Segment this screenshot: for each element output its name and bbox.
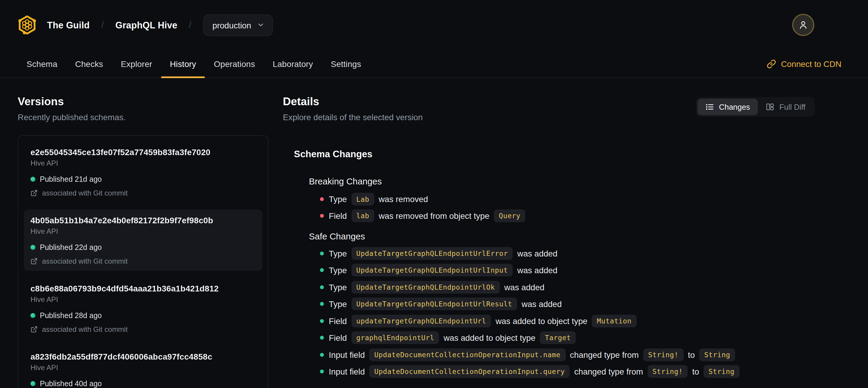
change-row-content: TypeUpdateTargetGraphQLEndpointUrlResult… (329, 298, 562, 310)
external-link-icon (30, 189, 38, 197)
breadcrumb-separator: / (101, 20, 104, 30)
change-row-content: TypeUpdateTargetGraphQLEndpointUrlInputw… (329, 264, 557, 277)
change-text: Field (329, 211, 347, 221)
breaking-bullet-dot (320, 197, 324, 201)
published-text: Published 21d ago (40, 175, 101, 183)
safe-changes-title: Safe Changes (309, 231, 825, 241)
change-text: Type (329, 299, 347, 309)
change-text: was added (504, 282, 544, 292)
version-published-row: Published 28d ago (30, 311, 256, 320)
details-panel: Details Explore details of the selected … (283, 95, 815, 123)
user-avatar-button[interactable] (792, 14, 814, 36)
external-link-icon (30, 326, 38, 333)
git-commit-link[interactable]: associated with Git commit (30, 257, 256, 265)
git-commit-link[interactable]: associated with Git commit (30, 325, 256, 334)
code-badge: Query (494, 210, 525, 222)
git-commit-link[interactable]: associated with Git commit (30, 189, 256, 197)
version-list-item[interactable]: e2e55045345ce13fe07f52a77459b83fa3fe7020… (24, 141, 262, 203)
change-text: Type (329, 194, 347, 204)
change-text: changed type from (570, 350, 639, 360)
version-list: e2e55045345ce13fe07f52a77459b83fa3fe7020… (18, 135, 269, 388)
breadcrumb-org[interactable]: The Guild (47, 20, 90, 30)
safe-bullet-dot (320, 353, 324, 357)
code-badge: String! (643, 348, 683, 361)
version-hash: e2e55045345ce13fe07f52a77459b83fa3fe7020 (30, 147, 256, 157)
published-text: Published 22d ago (40, 243, 101, 252)
code-badge: lab (351, 210, 374, 222)
change-text: changed type from (575, 367, 643, 376)
version-published-row: Published 21d ago (30, 175, 256, 183)
git-commit-text: associated with Git commit (42, 189, 128, 197)
change-text: was added to object type (496, 316, 588, 326)
schema-changes-section: Schema Changes Breaking Changes TypeLabw… (294, 149, 825, 380)
breaking-changes-title: Breaking Changes (309, 176, 825, 186)
change-item: TypeLabwas removed (309, 191, 825, 208)
tab-checks[interactable]: Checks (66, 50, 112, 78)
tab-explorer[interactable]: Explorer (112, 50, 161, 78)
change-text: was added (522, 299, 562, 309)
change-row-content: TypeLabwas removed (329, 192, 428, 205)
change-item: FieldgraphqlEndpointUrlwas added to obje… (309, 329, 825, 347)
columns-icon (766, 102, 775, 112)
external-link-icon (30, 258, 38, 265)
tab-laboratory[interactable]: Laboratory (264, 50, 322, 78)
code-badge: UpdateTargetGraphQLEndpointUrlError (351, 247, 513, 260)
breaking-changes-group: Breaking Changes TypeLabwas removed Fiel… (309, 176, 825, 224)
nav-tabs: Schema Checks Explorer History Operation… (0, 50, 868, 78)
chevron-down-icon (257, 21, 265, 29)
change-text: was removed from object type (379, 211, 490, 221)
change-item: TypeUpdateTargetGraphQLEndpointUrlOkwas … (309, 278, 825, 296)
change-row-content: Input fieldUpdateDocumentCollectionOpera… (329, 348, 735, 361)
code-badge: Mutation (592, 315, 637, 327)
view-toggle: Changes Full Diff (696, 97, 815, 117)
published-status-dot (30, 313, 35, 318)
tab-history[interactable]: History (161, 50, 205, 78)
versions-panel: Versions Recently published schemas. e2e… (18, 95, 269, 388)
change-text: was removed (379, 194, 428, 204)
safe-bullet-dot (320, 268, 324, 272)
code-badge: UpdateTargetGraphQLEndpointUrlInput (351, 264, 513, 277)
published-status-dot (30, 381, 35, 386)
change-text: Field (329, 333, 347, 342)
safe-bullet-dot (320, 319, 324, 323)
code-badge: String! (648, 365, 688, 378)
version-hash: 4b05ab51b1b4a7e2e4b0ef82172f2b9f7ef98c0b (30, 215, 256, 225)
versions-title: Versions (18, 95, 269, 108)
change-item: TypeUpdateTargetGraphQLEndpointUrlErrorw… (309, 245, 825, 262)
version-list-item[interactable]: 4b05ab51b1b4a7e2e4b0ef82172f2b9f7ef98c0b… (24, 210, 262, 271)
version-service: Hive API (30, 227, 256, 236)
schema-changes-title: Schema Changes (294, 149, 825, 160)
breadcrumb-project[interactable]: GraphQL Hive (115, 20, 177, 30)
hive-logo-icon (18, 14, 36, 35)
changes-toggle-label: Changes (719, 102, 750, 112)
code-badge: UpdateTargetGraphQLEndpointUrlOk (351, 281, 500, 294)
change-item: Input fieldUpdateDocumentCollectionOpera… (309, 346, 825, 363)
full-diff-toggle-label: Full Diff (779, 102, 805, 112)
link-icon (767, 59, 776, 68)
safe-changes-group: Safe Changes TypeUpdateTargetGraphQLEndp… (309, 231, 825, 380)
version-hash: a823f6db2a55df877dcf406006abca97fcc4858c (30, 352, 256, 361)
full-diff-toggle-button[interactable]: Full Diff (758, 99, 813, 115)
connect-to-cdn-button[interactable]: Connect to CDN (767, 50, 841, 78)
published-status-dot (30, 245, 35, 250)
code-badge: String (699, 348, 735, 361)
change-item: Fieldlabwas removed from object typeQuer… (309, 207, 825, 225)
change-text: to (692, 367, 699, 376)
tab-operations[interactable]: Operations (205, 50, 264, 78)
tab-schema[interactable]: Schema (18, 50, 66, 78)
target-dropdown-value: production (212, 20, 251, 30)
list-icon (705, 102, 714, 112)
version-list-item[interactable]: c8b6e88a06793b9c4dfd54aaa21b36a1b421d812… (24, 278, 262, 339)
change-item: Input fieldUpdateDocumentCollectionOpera… (309, 363, 825, 380)
safe-bullet-dot (320, 285, 324, 289)
safe-changes-list: TypeUpdateTargetGraphQLEndpointUrlErrorw… (309, 245, 825, 380)
code-badge: graphqlEndpointUrl (351, 331, 439, 345)
change-row-content: TypeUpdateTargetGraphQLEndpointUrlErrorw… (329, 247, 557, 260)
change-text: to (688, 350, 695, 360)
target-dropdown[interactable]: production (203, 14, 273, 36)
changes-toggle-button[interactable]: Changes (698, 99, 758, 115)
version-list-item[interactable]: a823f6db2a55df877dcf406006abca97fcc4858c… (24, 346, 262, 388)
tab-settings[interactable]: Settings (322, 50, 370, 78)
change-row-content: Fieldlabwas removed from object typeQuer… (329, 210, 525, 222)
version-service: Hive API (30, 295, 256, 304)
